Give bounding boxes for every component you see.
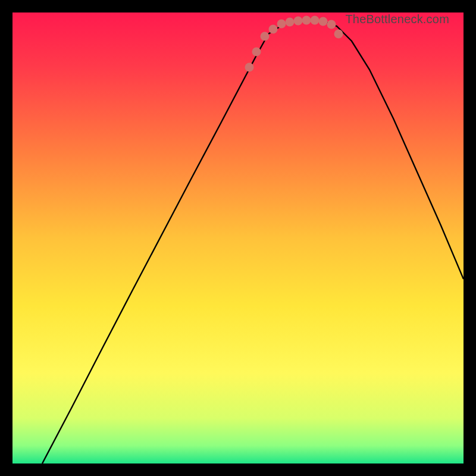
highlight-dot	[334, 30, 343, 39]
highlight-dot	[327, 20, 336, 29]
highlight-dot	[302, 16, 311, 25]
highlight-dot	[261, 32, 270, 41]
highlight-dot	[294, 17, 303, 26]
highlight-dot	[286, 18, 295, 27]
highlight-dot	[277, 20, 286, 29]
highlight-dots	[245, 16, 343, 72]
watermark-text: TheBottleneck.com	[345, 12, 449, 26]
chart-frame: TheBottleneck.com	[12, 12, 464, 464]
highlight-dot	[319, 17, 328, 26]
highlight-dot	[252, 48, 261, 57]
highlight-dot	[245, 63, 254, 72]
highlight-dot	[269, 25, 278, 34]
highlight-dot	[311, 16, 320, 25]
bottleneck-curve	[42, 20, 464, 464]
bottleneck-curve-svg	[12, 12, 464, 464]
